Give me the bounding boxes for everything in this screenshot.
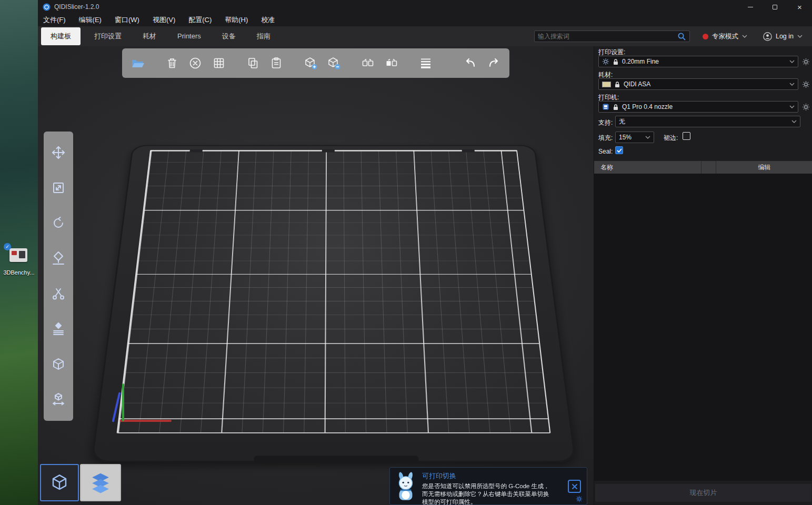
print-settings-gear-button[interactable] xyxy=(801,57,810,66)
seam-paint-tool-button[interactable] xyxy=(46,315,71,344)
notification-body: 您是否知道可以禁用所选型号的 G-Code 生成，而无需移动或删除它？从右键单击… xyxy=(422,482,554,505)
tab-plater[interactable]: 构建板 xyxy=(41,27,81,45)
tab-filament[interactable]: 耗材 xyxy=(132,26,167,46)
brim-checkbox[interactable] xyxy=(683,132,690,140)
split-objects-icon xyxy=(361,56,375,70)
filament-select[interactable]: QIDI ASA xyxy=(598,78,798,90)
layers-icon xyxy=(89,471,112,494)
lock-icon xyxy=(613,58,619,65)
copy-icon xyxy=(246,56,260,70)
mode-label: 专家模式 xyxy=(712,32,738,41)
folder-open-icon xyxy=(131,56,145,70)
infill-value: 15% xyxy=(619,134,631,141)
scissors-icon xyxy=(51,286,66,302)
open-button[interactable] xyxy=(128,52,147,74)
gear-icon xyxy=(602,58,609,65)
cut-tool-button[interactable] xyxy=(46,280,71,308)
chevron-down-icon xyxy=(789,83,795,86)
search-input[interactable] xyxy=(538,33,677,40)
print-settings-select[interactable]: 0.20mm Fine xyxy=(598,56,798,67)
menu-edit[interactable]: 编辑(E) xyxy=(79,15,102,25)
redo-button[interactable] xyxy=(484,52,503,74)
expert-mode-icon xyxy=(703,34,708,39)
seam-icon xyxy=(51,321,66,337)
login-button[interactable]: Log in xyxy=(763,32,803,41)
split-to-parts-button[interactable] xyxy=(382,52,401,74)
notification-close-button[interactable] xyxy=(568,480,581,493)
notification-settings-icon[interactable] xyxy=(575,495,583,502)
place-on-face-tool-button[interactable] xyxy=(46,244,71,272)
search-icon[interactable] xyxy=(677,32,686,41)
chevron-down-icon xyxy=(791,120,797,123)
print-settings-value: 0.20mm Fine xyxy=(622,58,659,65)
copy-button[interactable] xyxy=(244,52,263,74)
menu-calibration[interactable]: 校准 xyxy=(261,15,275,25)
variable-layer-height-button[interactable] xyxy=(416,52,435,74)
menu-config[interactable]: 配置(C) xyxy=(188,15,212,25)
search-box[interactable] xyxy=(534,31,690,42)
trash-icon xyxy=(165,56,179,70)
view-mode-3d-button[interactable] xyxy=(40,464,79,501)
slice-now-label: 现在切片 xyxy=(690,488,717,498)
cube-plus-icon xyxy=(304,56,318,70)
arrange-button[interactable] xyxy=(209,52,228,74)
maximize-icon xyxy=(773,5,777,9)
add-instance-button[interactable] xyxy=(301,52,320,74)
menubar: 文件(F) 编辑(E) 窗口(W) 视图(V) 配置(C) 帮助(H) 校准 xyxy=(38,14,812,26)
printer-select[interactable]: Q1 Pro 0.4 nozzle xyxy=(598,101,798,113)
filament-gear-button[interactable] xyxy=(801,79,810,89)
view-mode-preview-button[interactable] xyxy=(80,464,121,501)
tab-printers[interactable]: Printers xyxy=(167,26,212,46)
tab-print-settings[interactable]: 打印设置 xyxy=(84,26,132,46)
login-label: Log in xyxy=(776,33,794,40)
x-circle-icon xyxy=(188,56,202,70)
chevron-down-icon xyxy=(645,136,650,139)
filament-value: QIDI ASA xyxy=(624,80,650,88)
delete-all-button[interactable] xyxy=(186,52,205,74)
measure-tool-button[interactable] xyxy=(46,386,71,414)
menu-help[interactable]: 帮助(H) xyxy=(225,15,248,25)
paste-button[interactable] xyxy=(267,52,286,74)
brim-label: 裙边: xyxy=(664,134,678,143)
rotate-tool-button[interactable] xyxy=(46,209,71,237)
infill-select[interactable]: 15% xyxy=(615,132,654,143)
assembly-tool-button[interactable] xyxy=(46,350,71,379)
support-select[interactable]: 无 xyxy=(615,116,800,127)
move-tool-button[interactable] xyxy=(46,138,71,167)
desktop-icon-3dbenchy[interactable]: ✓ xyxy=(6,245,32,266)
object-list[interactable] xyxy=(594,174,812,481)
delete-button[interactable] xyxy=(163,52,182,74)
minimize-button[interactable] xyxy=(738,0,763,14)
lock-icon xyxy=(614,81,620,88)
slice-now-button[interactable]: 现在切片 xyxy=(595,484,811,502)
remove-instance-button[interactable] xyxy=(325,52,344,74)
mode-selector[interactable]: 专家模式 xyxy=(703,32,747,41)
menu-file[interactable]: 文件(F) xyxy=(43,15,66,25)
printer-gear-button[interactable] xyxy=(801,102,810,112)
menu-view[interactable]: 视图(V) xyxy=(153,15,175,25)
desktop-icon-image xyxy=(9,248,27,262)
undo-icon xyxy=(463,56,478,70)
tab-device[interactable]: 设备 xyxy=(212,26,246,46)
gear-icon xyxy=(802,58,810,66)
scale-icon xyxy=(51,180,66,196)
filament-color-swatch xyxy=(602,82,611,87)
plate-front-notch xyxy=(254,456,419,463)
side-toolbar xyxy=(44,132,73,421)
undo-button[interactable] xyxy=(461,52,480,74)
bed-clip-tab xyxy=(322,149,335,152)
seal-checkbox[interactable] xyxy=(615,146,623,154)
tab-guide[interactable]: 指南 xyxy=(246,26,281,46)
layer-height-icon xyxy=(419,56,433,70)
gear-icon xyxy=(802,103,810,111)
split-to-objects-button[interactable] xyxy=(359,52,378,74)
viewport-3d[interactable]: 可打印切换 您是否知道可以禁用所选型号的 G-Code 生成，而无需移动或删除它… xyxy=(38,46,594,505)
menu-window[interactable]: 窗口(W) xyxy=(115,15,139,25)
close-icon: × xyxy=(797,3,802,11)
close-button[interactable]: × xyxy=(787,0,812,14)
measure-icon xyxy=(51,392,66,408)
scale-tool-button[interactable] xyxy=(46,174,71,202)
maximize-button[interactable] xyxy=(763,0,787,14)
titlebar[interactable]: QIDISlicer-1.2.0 × xyxy=(38,0,812,14)
cube-view-icon xyxy=(49,472,70,493)
